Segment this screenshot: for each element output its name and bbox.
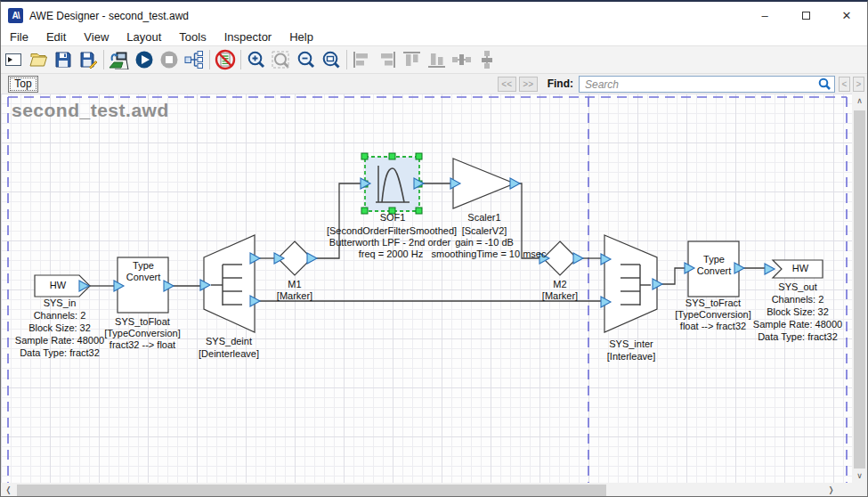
- tab-top[interactable]: Top: [8, 76, 38, 93]
- connect-target-icon: [109, 50, 130, 69]
- scroll-left-icon[interactable]: ❬: [1, 483, 16, 497]
- sof1-detail: Butterworth LPF - 2nd order: [329, 237, 450, 248]
- open-file-button[interactable]: [26, 48, 51, 72]
- block-sys-inter[interactable]: [604, 235, 657, 332]
- zoom-out-icon: [296, 50, 316, 69]
- new-design-icon: [4, 50, 23, 69]
- menu-view[interactable]: View: [75, 28, 118, 45]
- find-label: Find:: [548, 77, 573, 90]
- toolbar: [1, 46, 867, 74]
- navigation-row: Top << >> Find: < >: [1, 74, 867, 94]
- align-top-icon: [402, 50, 423, 69]
- align-left-icon: [352, 50, 373, 69]
- zoom-selection-icon: [271, 50, 292, 69]
- sys-in-prop: Sample Rate: 48000: [15, 335, 104, 346]
- pin-icon[interactable]: [307, 253, 317, 264]
- distribute-vertical-icon: [477, 50, 497, 69]
- scaler1-detail: gain = -10 dB: [455, 237, 514, 248]
- sys-tofract-shape-label: Convert: [697, 265, 732, 277]
- sys-tofloat-type: [TypeConversion]: [104, 328, 181, 339]
- horizontal-scrollbar[interactable]: ❬ ❭: [1, 483, 854, 497]
- menu-inspector[interactable]: Inspector: [215, 28, 280, 45]
- zoom-in-icon: [247, 50, 266, 69]
- vertical-scrollbar[interactable]: ∧ ∨: [852, 94, 867, 484]
- history-back-button[interactable]: <<: [498, 77, 516, 92]
- maximize-button[interactable]: [785, 4, 826, 28]
- sys-tofract-detail: float --> fract32: [680, 321, 746, 332]
- search-icon[interactable]: [818, 77, 831, 91]
- m2-type: [Marker]: [542, 290, 578, 302]
- schematic-layer: [1, 94, 854, 483]
- horizontal-scrollbar-thumb[interactable]: [17, 485, 606, 496]
- sys-inter-type: [Interleave]: [607, 351, 655, 363]
- app-logo-icon: A\: [8, 8, 23, 23]
- zoom-in-button[interactable]: [244, 48, 269, 72]
- m1-type: [Marker]: [277, 290, 312, 302]
- scroll-up-icon[interactable]: ∧: [852, 94, 867, 109]
- align-bottom-icon: [426, 50, 448, 69]
- distribute-vertical-button[interactable]: [475, 48, 499, 72]
- stop-icon: [159, 50, 179, 69]
- find-next-button[interactable]: >: [853, 77, 864, 92]
- m1-name: M1: [288, 279, 301, 290]
- toolbar-separator: [240, 50, 241, 69]
- toolbar-separator: [103, 50, 104, 69]
- wire[interactable]: [657, 268, 688, 284]
- run-button[interactable]: [132, 48, 157, 72]
- sys-in-shape-label: HW: [50, 280, 66, 291]
- save-button[interactable]: [51, 48, 76, 72]
- menu-file[interactable]: File: [1, 28, 37, 45]
- distribute-horizontal-button[interactable]: [450, 48, 475, 72]
- zoom-fit-button[interactable]: [319, 48, 344, 72]
- sys-in-name: SYS_in: [44, 297, 77, 309]
- maximize-icon: [802, 12, 810, 20]
- menu-layout[interactable]: Layout: [118, 28, 170, 45]
- block-scaler1[interactable]: [453, 159, 515, 208]
- align-left-button[interactable]: [350, 48, 375, 72]
- scroll-right-icon[interactable]: ❭: [823, 483, 839, 497]
- sof1-type: [SecondOrderFilterSmoothed]: [327, 225, 457, 237]
- open-folder-icon: [28, 50, 48, 69]
- sys-out-prop: Data Type: fract32: [758, 331, 838, 343]
- scroll-down-icon[interactable]: ∨: [852, 468, 867, 484]
- history-forward-button[interactable]: >>: [519, 77, 538, 92]
- pin-icon[interactable]: [510, 178, 520, 189]
- block-sys-deint[interactable]: [204, 235, 255, 332]
- align-right-icon: [377, 50, 398, 69]
- title-bar: A\ AWE Designer - second_test.awd – ✕: [1, 4, 867, 28]
- connect-target-button[interactable]: [107, 48, 132, 72]
- menu-tools[interactable]: Tools: [170, 28, 215, 45]
- scaler1-type: [ScalerV2]: [462, 225, 507, 237]
- sof1-detail: freq = 2000 Hz: [359, 248, 423, 260]
- scaler1-name: Scaler1: [467, 212, 500, 224]
- align-top-button[interactable]: [400, 48, 425, 72]
- app-window: A\ AWE Designer - second_test.awd – ✕ Fi…: [0, 0, 868, 497]
- align-bottom-button[interactable]: [425, 48, 450, 72]
- zoom-out-button[interactable]: [294, 48, 319, 72]
- wire[interactable]: [515, 183, 543, 258]
- sys-out-name: SYS_out: [778, 281, 816, 293]
- distribute-horizontal-icon: [451, 50, 473, 69]
- save-icon: [53, 50, 73, 69]
- propagate-changes-button[interactable]: [182, 48, 207, 72]
- zoom-selection-button[interactable]: [269, 48, 294, 72]
- inspector-disabled-button[interactable]: [213, 48, 238, 72]
- align-right-button[interactable]: [375, 48, 400, 72]
- new-design-button[interactable]: [1, 48, 26, 72]
- minimize-button[interactable]: –: [744, 4, 785, 28]
- toolbar-separator: [346, 50, 347, 69]
- sys-tofloat-shape-label: Type: [133, 260, 154, 272]
- find-prev-button[interactable]: <: [839, 77, 850, 92]
- stop-button[interactable]: [157, 48, 182, 72]
- menu-edit[interactable]: Edit: [37, 28, 75, 45]
- close-button[interactable]: ✕: [826, 4, 867, 28]
- pin-icon[interactable]: [765, 264, 775, 274]
- save-as-button[interactable]: [76, 48, 101, 72]
- search-input[interactable]: [579, 76, 835, 93]
- menu-help[interactable]: Help: [280, 28, 322, 45]
- sys-inter-name: SYS_inter: [609, 338, 653, 350]
- pin-icon[interactable]: [573, 253, 583, 264]
- scaler1-detail: smoothingTime = 10 msec: [432, 248, 547, 260]
- vertical-scrollbar-thumb[interactable]: [854, 110, 865, 469]
- design-canvas[interactable]: second_test.awd: [1, 94, 854, 483]
